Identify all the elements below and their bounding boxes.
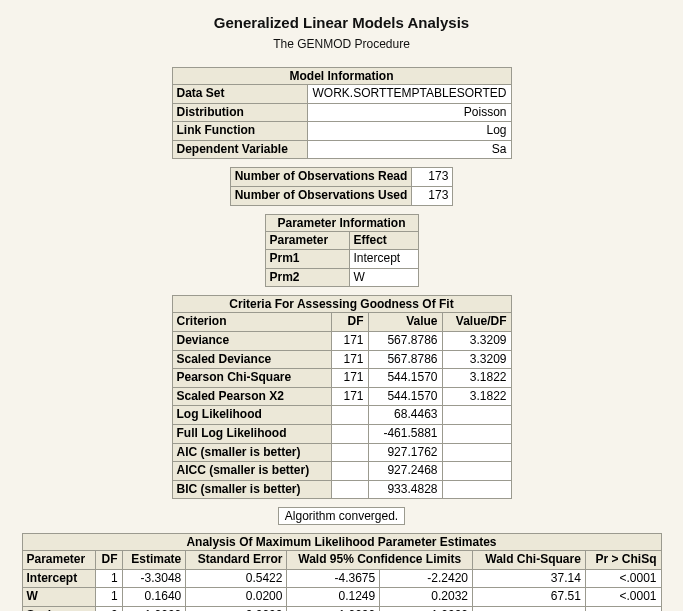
table-row: Data Set WORK.SORTTEMPTABLESORTED	[172, 85, 511, 104]
table-row: W 1 0.1640 0.0200 0.1249 0.2032 67.51 <.…	[22, 588, 661, 607]
observations-table: Number of Observations Read 173 Number o…	[230, 167, 454, 205]
table-row: Number of Observations Used 173	[230, 186, 453, 205]
table-row: Prm1 Intercept	[265, 250, 418, 269]
col-pr-chisq: Pr > ChiSq	[585, 551, 661, 570]
col-effect: Effect	[349, 231, 418, 250]
table-row: Number of Observations Read 173	[230, 168, 453, 187]
col-parameter: Parameter	[22, 551, 95, 570]
table-row: Prm2 W	[265, 268, 418, 287]
table-header-row: Criterion DF Value Value/DF	[172, 313, 511, 332]
col-value: Value	[368, 313, 442, 332]
model-information-caption: Model Information	[172, 67, 512, 84]
col-criterion: Criterion	[172, 313, 331, 332]
col-conf-limits: Wald 95% Confidence Limits	[287, 551, 473, 570]
model-info-label: Distribution	[172, 103, 308, 122]
col-wald-chisq: Wald Chi-Square	[473, 551, 586, 570]
col-df: DF	[331, 313, 368, 332]
model-info-value: Log	[308, 122, 511, 141]
convergence-note: Algorithm converged.	[278, 507, 405, 525]
mle-estimates-caption: Analysis Of Maximum Likelihood Parameter…	[22, 533, 662, 550]
parameter-information-caption: Parameter Information	[265, 214, 419, 231]
table-row: AICC (smaller is better)927.2468	[172, 462, 511, 481]
model-info-label: Data Set	[172, 85, 308, 104]
obs-read-label: Number of Observations Read	[230, 168, 412, 187]
table-row: Log Likelihood68.4463	[172, 406, 511, 425]
param-name: Prm2	[265, 268, 349, 287]
param-effect: Intercept	[349, 250, 418, 269]
table-row: AIC (smaller is better)927.1762	[172, 443, 511, 462]
table-row: Pearson Chi-Square171544.15703.1822	[172, 369, 511, 388]
table-row: Link Function Log	[172, 122, 511, 141]
table-row: Distribution Poisson	[172, 103, 511, 122]
obs-used-label: Number of Observations Used	[230, 186, 412, 205]
col-estimate: Estimate	[122, 551, 186, 570]
table-row: Deviance171567.87863.3209	[172, 331, 511, 350]
obs-used-value: 173	[412, 186, 453, 205]
parameter-information-table: Parameter Information Parameter Effect P…	[265, 214, 419, 288]
model-info-value: Poisson	[308, 103, 511, 122]
col-df: DF	[95, 551, 122, 570]
model-info-label: Dependent Variable	[172, 140, 308, 159]
table-row: Full Log Likelihood-461.5881	[172, 424, 511, 443]
procedure-subtitle: The GENMOD Procedure	[10, 37, 673, 51]
table-row: Scale 0 1.0000 0.0000 1.0000 1.0000	[22, 607, 661, 611]
col-value-df: Value/DF	[442, 313, 511, 332]
model-info-value: Sa	[308, 140, 511, 159]
table-row: Intercept 1 -3.3048 0.5422 -4.3675 -2.24…	[22, 569, 661, 588]
model-info-label: Link Function	[172, 122, 308, 141]
col-parameter: Parameter	[265, 231, 349, 250]
obs-read-value: 173	[412, 168, 453, 187]
model-information-table: Model Information Data Set WORK.SORTTEMP…	[172, 67, 512, 159]
col-stderr: Standard Error	[186, 551, 287, 570]
goodness-of-fit-caption: Criteria For Assessing Goodness Of Fit	[172, 295, 512, 312]
param-effect: W	[349, 268, 418, 287]
mle-estimates-table: Analysis Of Maximum Likelihood Parameter…	[22, 533, 662, 611]
table-row: Dependent Variable Sa	[172, 140, 511, 159]
page-title: Generalized Linear Models Analysis	[10, 14, 673, 31]
table-row: BIC (smaller is better)933.4828	[172, 480, 511, 499]
param-name: Prm1	[265, 250, 349, 269]
table-row: Scaled Pearson X2171544.15703.1822	[172, 387, 511, 406]
table-header-row: Parameter Effect	[265, 231, 418, 250]
table-header-row: Parameter DF Estimate Standard Error Wal…	[22, 551, 661, 570]
goodness-of-fit-table: Criteria For Assessing Goodness Of Fit C…	[172, 295, 512, 499]
table-row: Scaled Deviance171567.87863.3209	[172, 350, 511, 369]
model-info-value: WORK.SORTTEMPTABLESORTED	[308, 85, 511, 104]
